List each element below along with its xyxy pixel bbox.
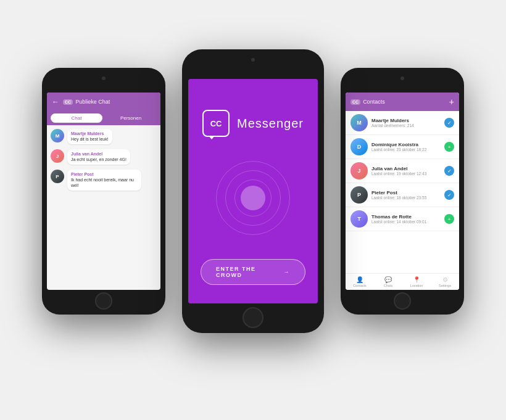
camera-dot-left	[102, 76, 106, 80]
enter-crowd-button[interactable]: ENTER THE CROWD →	[201, 259, 305, 285]
right-screen: CC Contacts + M Maartje Mulders Aantal d…	[346, 93, 459, 290]
contact-badge-4: ✓	[444, 190, 454, 200]
contact-badge-1: ✓	[444, 118, 454, 128]
contact-item-5[interactable]: T Thomas de Rotte Laatst online: 14 okto…	[346, 207, 459, 231]
left-header: ← CC Publieke Chat	[47, 93, 160, 111]
camera-dot-center	[251, 58, 255, 62]
contact-avatar-3: J	[350, 162, 368, 179]
contact-info-1: Maartje Mulders Aantal deelnemers: 214	[371, 118, 441, 128]
center-circle-area	[216, 137, 290, 259]
contact-name-1: Maartje Mulders	[371, 118, 441, 123]
camera-dot-right	[400, 76, 404, 80]
contact-status-5: Laatst online: 14 oktober 09:01	[371, 220, 441, 224]
center-logo-area: CC Messenger	[202, 110, 304, 137]
nav-chats-label: Chats	[384, 284, 392, 287]
contact-name-3: Julia van Andel	[371, 166, 441, 171]
home-button-right[interactable]	[394, 292, 411, 310]
msg-bubble-3: Pieter Post Ik had echt nooit bereik, ma…	[67, 170, 141, 191]
ripple-circles	[216, 161, 290, 235]
phone-right: CC Contacts + M Maartje Mulders Aantal d…	[341, 68, 464, 315]
phone-center: CC Messenger ENTER THE CROWD →	[182, 49, 324, 333]
contact-badge-3: ✓	[444, 166, 454, 176]
right-header-title: Contacts	[363, 99, 385, 105]
contact-item-3[interactable]: J Julia van Andel Laatst online: 19 okto…	[346, 159, 459, 183]
nav-settings-label: Settings	[439, 284, 451, 287]
msg-text-1: Hey dit is best leuk!	[71, 136, 109, 142]
contacts-list: M Maartje Mulders Aantal deelnemers: 214…	[346, 111, 459, 273]
chats-icon: 💬	[384, 276, 392, 283]
back-arrow[interactable]: ←	[52, 97, 59, 106]
msg-text-3: Ik had echt nooit bereik, maar nu wel!	[71, 177, 138, 188]
center-cc-logo: CC	[202, 110, 230, 137]
msg-name-2: Julia van Andel	[71, 152, 126, 156]
chat-messages: M Maartje Mulders Hey dit is best leuk! …	[47, 125, 160, 290]
left-logo: CC	[63, 99, 73, 105]
contact-info-2: Dominique Kooistra Laatst online: 23 okt…	[371, 142, 441, 152]
contact-status-2: Laatst online: 23 oktober 18:22	[371, 147, 441, 152]
phone-left: ← CC Publieke Chat Chat Personen M	[42, 68, 165, 315]
add-contact-button[interactable]: +	[449, 97, 454, 107]
right-header-left: CC Contacts	[350, 99, 385, 105]
contact-avatar-5: T	[350, 210, 368, 228]
contact-item-2[interactable]: D Dominique Kooistra Laatst online: 23 o…	[346, 135, 459, 159]
chat-msg-1: M Maartje Mulders Hey dit is best leuk!	[51, 129, 157, 144]
phones-container: ← CC Publieke Chat Chat Personen M	[0, 0, 506, 420]
contact-badge-5: +	[444, 214, 454, 224]
nav-location-label: Location	[410, 284, 423, 287]
avatar-pieter: P	[51, 170, 64, 183]
ripple-inner	[234, 179, 272, 216]
msg-name-1: Maartje Mulders	[71, 131, 109, 136]
contact-badge-2: +	[444, 142, 454, 152]
left-tabs-bar: Chat Personen	[47, 111, 160, 125]
contact-info-3: Julia van Andel Laatst online: 19 oktobe…	[371, 166, 441, 176]
contact-status-3: Laatst online: 19 oktober 12:43	[371, 171, 441, 176]
avatar-maartje: M	[51, 129, 64, 142]
contact-name-2: Dominique Kooistra	[371, 142, 441, 147]
cc-logo-text: CC	[210, 119, 222, 128]
msg-bubble-1: Maartje Mulders Hey dit is best leuk!	[67, 129, 112, 144]
contact-avatar-1: M	[350, 114, 368, 131]
location-icon: 📍	[413, 276, 420, 283]
contact-name-5: Thomas de Rotte	[371, 214, 441, 220]
left-screen: ← CC Publieke Chat Chat Personen M	[47, 93, 160, 290]
contact-name-4: Pieter Post	[371, 190, 441, 196]
left-header-title: Publieke Chat	[75, 99, 110, 105]
nav-contacts-label: Contacts	[353, 284, 367, 287]
right-header: CC Contacts +	[346, 93, 459, 111]
nav-chats[interactable]: 💬 Chats	[374, 276, 402, 287]
settings-icon: ⚙	[442, 276, 448, 283]
contact-item-4[interactable]: P Pieter Post Laatst online: 18 oktober …	[346, 183, 459, 207]
avatar-julia: J	[51, 149, 64, 163]
msg-name-3: Pieter Post	[71, 172, 138, 176]
tab-chat[interactable]: Chat	[51, 113, 102, 123]
contact-avatar-4: P	[350, 186, 368, 204]
contact-info-4: Pieter Post Laatst online: 18 oktober 23…	[371, 190, 441, 200]
home-button-center[interactable]	[243, 307, 263, 328]
contact-status-4: Laatst online: 18 oktober 23:55	[371, 196, 441, 200]
tab-personen[interactable]: Personen	[105, 113, 157, 123]
bottom-nav: 👤 Contacts 💬 Chats 📍 Location ⚙ Settings	[346, 273, 459, 290]
contact-info-5: Thomas de Rotte Laatst online: 14 oktobe…	[371, 214, 441, 224]
messenger-title: Messenger	[237, 117, 304, 131]
nav-location[interactable]: 📍 Location	[402, 276, 431, 287]
nav-contacts[interactable]: 👤 Contacts	[346, 276, 374, 287]
msg-bubble-2: Julia van Andel Ja echt super, en zonder…	[67, 149, 130, 165]
enter-crowd-label: ENTER THE CROWD	[216, 266, 280, 278]
contact-status-1: Aantal deelnemers: 214	[371, 123, 441, 128]
contact-avatar-2: D	[350, 138, 368, 155]
chat-msg-3: P Pieter Post Ik had echt nooit bereik, …	[51, 170, 157, 191]
right-logo: CC	[350, 99, 360, 105]
center-screen: CC Messenger ENTER THE CROWD →	[188, 79, 318, 303]
nav-settings[interactable]: ⚙ Settings	[431, 276, 459, 287]
contact-item-1[interactable]: M Maartje Mulders Aantal deelnemers: 214…	[346, 111, 459, 135]
home-button-left[interactable]	[95, 292, 112, 310]
chat-msg-2: J Julia van Andel Ja echt super, en zond…	[51, 149, 157, 165]
enter-crowd-arrow: →	[284, 269, 291, 275]
contacts-icon: 👤	[356, 276, 363, 283]
msg-text-2: Ja echt super, en zonder 4G!	[71, 157, 126, 162]
